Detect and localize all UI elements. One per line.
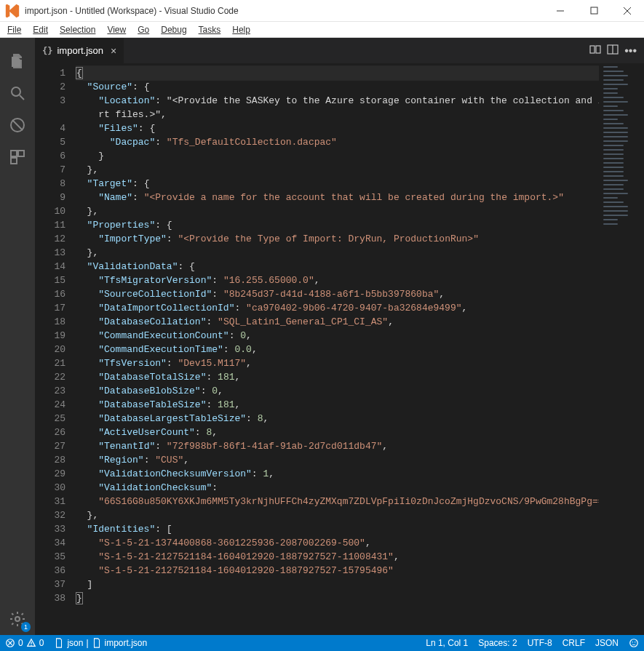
status-feedback[interactable] [624,635,644,651]
window-title: import.json - Untitled (Workspace) - Vis… [25,6,544,16]
menu-selection[interactable]: Selection [54,23,101,36]
activity-bar: 1 [0,38,35,635]
tab-bar: {} import.json × ••• [35,38,644,63]
line-gutter: 1234567891011121314151617181920212223242… [35,63,76,635]
more-icon[interactable]: ••• [624,44,637,57]
window-close-button[interactable] [611,0,644,22]
svg-point-21 [630,639,638,647]
activity-search[interactable] [0,77,35,109]
status-indent[interactable]: Spaces: 2 [473,635,522,651]
vertical-scrollbar[interactable] [634,63,644,635]
editor-toolbar: ••• [589,38,644,63]
menu-file[interactable]: File [1,23,27,36]
window-maximize-button[interactable] [577,0,611,22]
vscode-logo-icon [4,3,20,19]
menu-tasks[interactable]: Tasks [193,23,227,36]
window-titlebar: import.json - Untitled (Workspace) - Vis… [0,0,644,22]
menu-edit[interactable]: Edit [27,23,54,36]
svg-point-23 [635,642,635,642]
svg-line-7 [12,120,23,130]
menu-debug[interactable]: Debug [155,23,192,36]
svg-line-5 [20,95,24,100]
editor-group: {} import.json × ••• 1234567891011121314… [35,38,644,635]
status-bar: 0 0 json | import.json Ln 1, Col 1 Space… [0,635,644,651]
svg-rect-8 [11,151,17,156]
menu-go[interactable]: Go [132,23,155,36]
file-icon [54,638,64,648]
window-minimize-button[interactable] [544,0,577,22]
warning-icon [26,638,36,648]
status-lang[interactable]: JSON [590,635,624,651]
smiley-icon [629,638,639,648]
json-file-icon: {} [42,46,52,56]
settings-badge: 1 [21,622,31,632]
menu-help[interactable]: Help [226,23,256,36]
activity-explorer[interactable] [0,45,35,77]
status-eol[interactable]: CRLF [557,635,590,651]
svg-rect-1 [591,7,597,14]
activity-debug[interactable] [0,109,35,141]
code-area[interactable]: { "Source": { "Location": "<Provide the … [76,63,599,635]
svg-point-11 [15,617,20,621]
status-problems[interactable]: 0 0 [0,635,49,651]
menu-view[interactable]: View [101,23,132,36]
svg-point-20 [31,645,31,646]
error-icon [5,638,15,648]
compare-icon[interactable] [589,44,601,58]
menu-bar: File Edit Selection View Go Debug Tasks … [0,22,644,38]
tab-import-json[interactable]: {} import.json × [35,38,124,63]
svg-point-22 [632,642,633,642]
svg-rect-10 [11,158,17,164]
minimap[interactable] [599,63,634,635]
status-ln-col[interactable]: Ln 1, Col 1 [421,635,473,651]
code-editor[interactable]: 1234567891011121314151617181920212223242… [35,63,644,635]
svg-rect-9 [18,151,24,156]
svg-rect-12 [590,46,595,53]
status-path[interactable]: json | import.json [49,635,152,651]
activity-extensions[interactable] [0,141,35,173]
svg-rect-13 [596,46,600,53]
tab-label: import.json [57,45,103,56]
activity-settings[interactable]: 1 [0,603,35,635]
status-encoding[interactable]: UTF-8 [522,635,557,651]
file-icon [92,638,102,648]
split-editor-icon[interactable] [607,44,619,58]
close-icon[interactable]: × [111,45,116,57]
svg-point-4 [12,87,20,96]
